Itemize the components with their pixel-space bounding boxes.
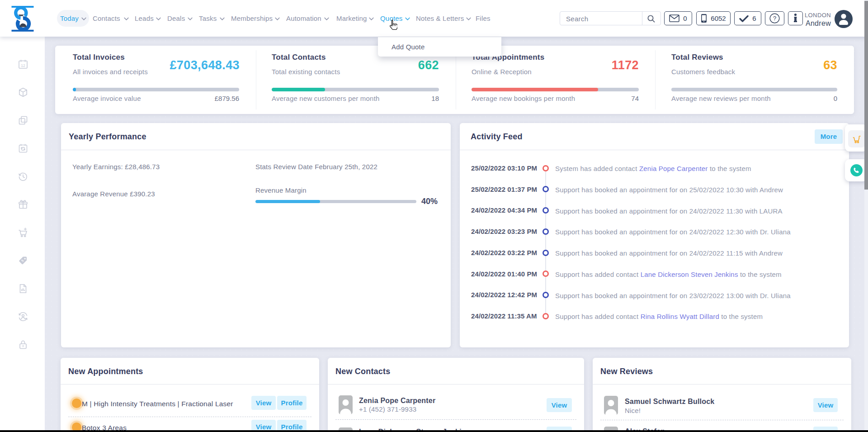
svg-text:?: ?	[773, 15, 776, 22]
svg-text:12: 12	[21, 63, 25, 68]
